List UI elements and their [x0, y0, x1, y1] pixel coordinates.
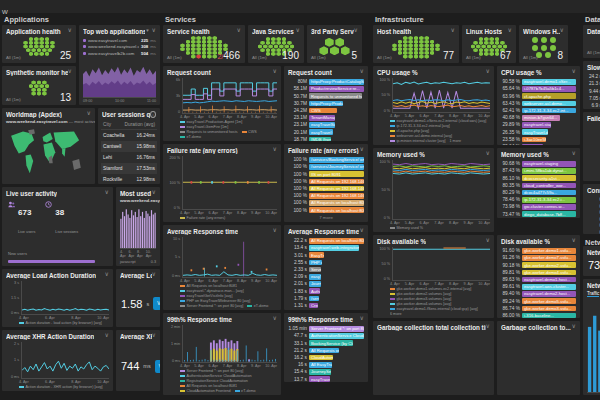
service-health-tile[interactable]: Service health∨ All (1m) 2/466 — [163, 25, 245, 63]
legend-row[interactable]: www.easytravel.com225ms — [79, 38, 160, 43]
list-row[interactable]: 0 sCBOE — [587, 210, 600, 215]
chevron-down-icon[interactable]: ∨ — [273, 147, 277, 152]
legend-item[interactable]: eT-demo — [247, 304, 268, 308]
cpu-usage-chart-tile[interactable]: CPU usage %∨ 100 %50 %0 %4. Apr5. Apr6. … — [373, 66, 494, 145]
table-row[interactable]: Lehi16.76ms — [101, 152, 157, 163]
legend-item[interactable]: webserver-asl-demo.internal [avg] — [390, 134, 452, 138]
chevron-down-icon[interactable]: ∨ — [105, 272, 109, 277]
user-sessions-tile[interactable]: User sessions qu...i CityDuration (avg)C… — [98, 108, 160, 184]
legend-item[interactable]: Action duration - load action (by browse… — [19, 321, 102, 325]
failed-connections-list-tile[interactable]: Failed connections 0easyTravel0GDN0CBOE0… — [583, 112, 600, 181]
list-row[interactable]: 18.7MIMDB (frontend) — [288, 137, 364, 142]
list-row[interactable]: 87.43 %i-mini-58ba1ab.dynat... — [501, 168, 576, 174]
avg-xhr-action-duration-chart-tile[interactable]: Average XHR Action Duration∨ 2 s1 s0 ms4… — [2, 330, 113, 391]
legend-item[interactable]: 1 more — [449, 139, 460, 143]
chevron-down-icon[interactable]: ∨ — [273, 69, 277, 74]
disk-available-list-tile[interactable]: Disk available %∨ 91.60 %gke-worker-demo… — [497, 235, 580, 318]
list-row[interactable]: 0GDN — [587, 132, 600, 137]
list-row[interactable]: 47.7 sAuthenticationService Cloud... — [288, 333, 364, 339]
request-count-list-tile[interactable]: Request count∨ 80MhttpsProxy:ProductCata… — [284, 66, 368, 141]
list-row[interactable]: 100 %IIS on port 8091 — [288, 171, 364, 177]
filter-icon[interactable]: ▼ — [145, 28, 149, 33]
chevron-down-icon[interactable]: ∨ — [360, 147, 364, 152]
list-row[interactable]: 13.7 seasyTravelCustomerFronten... — [288, 376, 364, 382]
chevron-down-icon[interactable]: ∨ — [572, 238, 576, 243]
legend-item[interactable]: Memory used % — [390, 226, 423, 230]
list-row[interactable]: 29.89 %easytravel-staging — [501, 122, 576, 128]
list-row[interactable]: 20.1MeasyTravel Customer Frontend — [288, 129, 364, 135]
network-traffic-tile[interactable]: Network traffic TrafficRetransmissions — [583, 279, 600, 395]
list-row[interactable]: 0easyTravel — [587, 125, 600, 130]
chevron-down-icon[interactable]: ∨ — [360, 228, 364, 233]
list-row[interactable]: 73.98 %gw-cluster-coreos-w... — [501, 204, 576, 210]
list-row[interactable]: 86.10 %dcocsecurity-a1st... — [501, 175, 576, 181]
list-row[interactable]: 89.24 %gke-worker-demo5-volu... — [501, 298, 576, 304]
most-used-3rd-parties-tile[interactable]: Most used 3rd parties∨ www.weekend.easyt… — [116, 187, 160, 266]
chevron-down-icon[interactable]: ∨ — [152, 28, 156, 33]
live-user-activity-tile[interactable]: Live user activity∨ 673Live users 38Live… — [2, 187, 113, 266]
list-row[interactable]: 0 sGDN — [587, 204, 600, 209]
list-row[interactable]: 0HT services — [587, 158, 600, 163]
avg-response-time-chart-tile[interactable]: Average Response time∨ 10 s5 s0 ms4. Apr… — [163, 225, 281, 310]
chevron-down-icon[interactable]: ∨ — [87, 111, 91, 116]
avg-response-time-list-tile[interactable]: Average Response time∨ 22.2 sAll Request… — [284, 225, 368, 310]
list-row[interactable]: 100 %All Requests on localhost:8091 — [288, 200, 364, 206]
top-web-applications-tile[interactable]: Top web applications ... ▼∨ www.easytrav… — [79, 25, 160, 105]
table-row[interactable]: Stamford17.53ms — [101, 163, 157, 174]
legend-item[interactable]: AuthenticationService CloudAutomation — [180, 374, 251, 378]
list-row[interactable]: 86.74 %gke-worker-demo3-volu... — [501, 306, 576, 312]
java-services-tile[interactable]: Java Services∨ All (1m) 190 — [248, 25, 304, 63]
list-row[interactable]: 80.35 %cloud_controller_wor... — [501, 183, 576, 189]
third-party-services-tile[interactable]: 3rd Party Services∨ All (1m) 5 — [307, 25, 362, 63]
list-row[interactable]: 0HT easyTravel — [587, 165, 600, 170]
legend-item[interactable]: gke-worker-demo3-volumes [avg] — [390, 297, 451, 301]
list-row[interactable]: 23.1MTenantManagement — [288, 115, 364, 121]
list-row[interactable]: 89.61 %easytravel-aws-cluster... — [501, 284, 576, 290]
chevron-down-icon[interactable]: ∨ — [560, 28, 564, 33]
legend-item[interactable]: Requests to unmonitored hosts — [180, 130, 238, 134]
legend-item[interactable]: easyTravelGetVisitInfo [avg] — [180, 294, 232, 298]
gc-collection-time-chart-tile[interactable]: Garbage collection total collection time… — [373, 321, 494, 395]
failure-rate-chart-tile[interactable]: Failure rate (any errors)∨ 200 %100 %0 %… — [163, 144, 281, 222]
info-icon[interactable]: i — [150, 111, 156, 118]
chevron-down-icon[interactable]: ∨ — [68, 28, 72, 33]
list-row[interactable]: 100 %All Requests on localhost:8086 — [288, 207, 364, 213]
request-count-chart-tile[interactable]: Request count∨ 6k3k04. Apr5. Apr6. Apr7.… — [163, 66, 281, 141]
list-row[interactable]: 63.96 %cf-apache-php — [501, 93, 576, 99]
network-status-tile[interactable]: Network status 73hosts — [583, 246, 600, 276]
chevron-down-icon[interactable]: ∨ — [296, 28, 300, 33]
list-row[interactable]: 0TechOps — [587, 171, 600, 176]
chevron-down-icon[interactable]: ∨ — [486, 69, 490, 74]
list-row[interactable]: 62.41 %ip-172-31-3-34.ec2.int... — [501, 108, 576, 114]
legend-item[interactable]: ip-minion internal cluster [avg] — [390, 139, 445, 143]
chevron-down-icon[interactable]: ∨ — [68, 69, 72, 74]
synthetic-monitor-health-tile[interactable]: Synthetic monitor health∨ All (1m) 13 — [2, 66, 76, 105]
legend-item[interactable]: Failure rate (any errors) — [180, 216, 225, 220]
disk-available-chart-tile[interactable]: Disk available %∨ 100 %50 %0 %4. Apr5. A… — [373, 235, 494, 318]
list-row[interactable]: 2.33 sServer Frontend *: on port 80... — [288, 267, 364, 273]
tab-traffic[interactable]: Traffic — [587, 291, 599, 297]
list-row[interactable]: 1.31 sCreditCardValidation (produc... — [288, 303, 364, 309]
list-row[interactable]: 100 %/services/JourneyService/ on p... — [288, 164, 364, 170]
slowest-response-time-list-tile[interactable]: Slowest response time 24.2 ms21.3 ms9.44… — [583, 61, 600, 109]
list-row[interactable]: 13.4 seasytravel.web-integration-l... — [288, 245, 364, 251]
chevron-down-icon[interactable]: ∨ — [105, 190, 109, 195]
list-row[interactable]: 15.4 sJourneyService (by CloudAut... — [288, 369, 364, 375]
list-row[interactable]: 0 sFlex cache — [587, 223, 600, 228]
legend-item[interactable]: Action duration - XHR action (by browser… — [19, 385, 103, 389]
chevron-down-icon[interactable]: ∨ — [572, 324, 576, 329]
list-row[interactable]: 21.3 ms — [587, 81, 600, 87]
chevron-down-icon[interactable]: ∨ — [105, 333, 109, 338]
host-health-tile[interactable]: Host health∨ All (1m) 77 — [373, 25, 459, 63]
legend-item[interactable]: easyTravel-Production-Agent [1m] — [180, 120, 242, 124]
list-row[interactable]: 1.05 minServer Frontend *: on port 80... — [288, 326, 364, 332]
linux-hosts-tile[interactable]: Linux Hosts∨ All (1m) 67 — [462, 25, 516, 63]
avg-load-action-duration-chart-tile[interactable]: Average Load Action Duration∨ 3 s1.5 s0 … — [2, 269, 113, 327]
list-row[interactable]: 80MhttpsProxy:ProductCatalogSe... — [288, 79, 364, 85]
list-row[interactable]: 89.81 %gke-worker-demo4-volu... — [501, 270, 576, 276]
list-row[interactable]: 2.55 sPHP on EasyTravelWebserve... — [288, 260, 364, 266]
legend-item[interactable]: RegistrationService CloudAutomation — [180, 379, 248, 383]
list-row[interactable]: 80.29 %dcoc4a477c59a... — [501, 190, 576, 196]
chevron-down-icon[interactable]: ∨ — [451, 28, 455, 33]
list-row[interactable]: 100 %All Requests on 192.168.146.1... — [288, 179, 364, 185]
